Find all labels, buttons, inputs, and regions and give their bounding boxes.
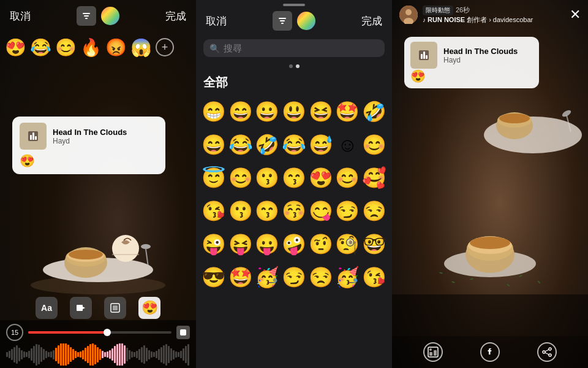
emoji-zany[interactable]: 🤪 bbox=[281, 228, 307, 260]
wave-bar-2 bbox=[11, 349, 13, 360]
emoji-smirk[interactable]: 😏 bbox=[335, 195, 361, 227]
emoji-partying[interactable]: 🥳 bbox=[254, 261, 280, 293]
emoji-rofl[interactable]: 🤣 bbox=[361, 96, 387, 128]
emoji-stuck-out[interactable]: 😝 bbox=[228, 228, 254, 260]
left-done-button[interactable]: 完成 bbox=[165, 9, 186, 23]
emoji-kissing2[interactable]: 😗 bbox=[228, 195, 254, 227]
wave-bar-55 bbox=[141, 347, 143, 362]
emoji-party-face[interactable]: 🥳 bbox=[335, 261, 361, 293]
emoji-starry[interactable]: 🤩 bbox=[335, 96, 361, 128]
gallery-button[interactable] bbox=[423, 342, 443, 362]
wave-bar-49 bbox=[126, 348, 128, 361]
emoji-laughing[interactable]: 😆 bbox=[308, 96, 334, 128]
panel-middle: 取消 完成 🔍 全部 😁 😄 😀 😃 bbox=[196, 0, 392, 368]
wave-bar-1 bbox=[9, 351, 10, 358]
share-more-button[interactable] bbox=[537, 342, 557, 362]
emoji-smile[interactable]: 😊 bbox=[55, 37, 77, 58]
emoji-yum[interactable]: 😋 bbox=[308, 195, 334, 227]
middle-done-button[interactable]: 完成 bbox=[361, 14, 382, 28]
emoji-happy[interactable]: 😀 bbox=[254, 96, 280, 128]
emoji-blush[interactable]: ☺️ bbox=[335, 129, 361, 161]
emoji-monocle[interactable]: 🧐 bbox=[335, 228, 361, 260]
emoji-heart-kiss[interactable]: 😘 bbox=[201, 195, 227, 227]
middle-cancel-button[interactable]: 取消 bbox=[206, 14, 227, 28]
add-emoji-button[interactable]: + bbox=[156, 38, 174, 56]
emoji-kissing4[interactable]: 😚 bbox=[281, 195, 307, 227]
music-bars-icon bbox=[30, 132, 37, 140]
wave-bar-63 bbox=[160, 347, 162, 362]
video-tool-button[interactable] bbox=[70, 297, 92, 319]
emoji-smiley[interactable]: 😃 bbox=[281, 96, 307, 128]
emoji-grin[interactable]: 😁 bbox=[201, 96, 227, 128]
svg-line-48 bbox=[545, 350, 549, 351]
emoji-laugh[interactable]: 😂 bbox=[30, 37, 51, 58]
emoji-wink2[interactable]: 😜 bbox=[201, 228, 227, 260]
emoji-kiss[interactable]: 😗 bbox=[254, 162, 280, 194]
emoji-tongue[interactable]: 😛 bbox=[254, 228, 280, 260]
emoji-joy2[interactable]: 😄 bbox=[201, 129, 227, 161]
sticker-tool-button[interactable] bbox=[104, 297, 126, 319]
emoji-smile2[interactable]: 😊 bbox=[228, 162, 254, 194]
emoji-smiling-eyes[interactable]: 🥰 bbox=[361, 162, 387, 194]
emoji-unamused2[interactable]: 😒 bbox=[308, 261, 334, 293]
avatar-icon bbox=[399, 6, 418, 24]
progress-bar[interactable] bbox=[28, 331, 172, 334]
color-picker-icon[interactable] bbox=[101, 7, 119, 25]
filter-icon-box[interactable] bbox=[77, 6, 96, 26]
emoji-sticker-button[interactable]: 😍 bbox=[138, 297, 160, 319]
text-tool-button[interactable]: Aa bbox=[36, 297, 58, 319]
emoji-grinning[interactable]: 😄 bbox=[228, 96, 254, 128]
emoji-grid: 😁 😄 😀 😃 😆 🤩 🤣 😄 😂 🤣 😂 😅 ☺️ 😊 😇 😊 😗 😙 😍 😊… bbox=[196, 96, 392, 293]
search-icon: 🔍 bbox=[209, 44, 220, 53]
emoji-kissing-closed-eyes[interactable]: 😙 bbox=[281, 162, 307, 194]
emoji-fire[interactable]: 🔥 bbox=[80, 37, 102, 58]
wave-bar-53 bbox=[136, 351, 138, 358]
wave-bar-7 bbox=[23, 351, 25, 358]
close-button[interactable]: ✕ bbox=[570, 8, 581, 21]
music-reaction-emoji[interactable]: 😍 bbox=[20, 153, 158, 168]
waveform[interactable] bbox=[6, 343, 190, 366]
svg-point-37 bbox=[537, 280, 541, 284]
emoji-raised-eyebrow[interactable]: 🤨 bbox=[308, 228, 334, 260]
emoji-angry[interactable]: 😡 bbox=[105, 37, 127, 58]
wave-bar-27 bbox=[72, 349, 74, 360]
left-music-card[interactable]: Head In The Clouds Hayd 😍 bbox=[12, 117, 165, 174]
emoji-blowing-kiss[interactable]: 😘 bbox=[361, 261, 387, 293]
left-cancel-button[interactable]: 取消 bbox=[10, 9, 31, 23]
emoji-scared[interactable]: 😱 bbox=[130, 37, 152, 58]
emoji-heart-eyes[interactable]: 😍 bbox=[5, 37, 26, 58]
emoji-starstruck[interactable]: 🤩 bbox=[228, 261, 254, 293]
music-thumb-inner bbox=[28, 131, 38, 141]
emoji-halo[interactable]: 😇 bbox=[201, 162, 227, 194]
emoji-rofl2[interactable]: 🤣 bbox=[254, 129, 280, 161]
wave-bar-30 bbox=[80, 351, 81, 358]
wave-bar-29 bbox=[77, 352, 79, 357]
right-music-emoji[interactable]: 😍 bbox=[410, 69, 533, 83]
dessert-illustration bbox=[31, 196, 165, 294]
middle-filter-icon-box[interactable] bbox=[273, 11, 292, 31]
emoji-sweat-smile[interactable]: 😅 bbox=[308, 129, 334, 161]
emoji-nerd[interactable]: 🤓 bbox=[361, 228, 387, 260]
search-input[interactable] bbox=[224, 43, 379, 53]
story-badge: 限時動態 26秒 bbox=[423, 6, 533, 15]
wave-bar-9 bbox=[28, 351, 30, 358]
text-tool-label: Aa bbox=[41, 303, 52, 313]
wave-bar-69 bbox=[175, 351, 177, 358]
emoji-smile3[interactable]: 😊 bbox=[335, 162, 361, 194]
emoji-joy[interactable]: 😂 bbox=[228, 129, 254, 161]
middle-color-picker-icon[interactable] bbox=[297, 12, 315, 30]
emoji-smirk2[interactable]: 😏 bbox=[281, 261, 307, 293]
wave-bar-4 bbox=[16, 345, 18, 364]
right-music-card[interactable]: Head In The Clouds Hayd 😍 bbox=[404, 37, 539, 88]
wave-bar-6 bbox=[21, 350, 23, 359]
emoji-kissing3[interactable]: 😙 bbox=[254, 195, 280, 227]
wave-bar-0 bbox=[6, 352, 8, 357]
emoji-heart-eyes2[interactable]: 😍 bbox=[308, 162, 334, 194]
emoji-cry-laugh[interactable]: 😂 bbox=[281, 129, 307, 161]
wave-bar-39 bbox=[102, 351, 104, 358]
emoji-unamused[interactable]: 😒 bbox=[361, 195, 387, 227]
emoji-cool[interactable]: 😎 bbox=[201, 261, 227, 293]
emoji-wink[interactable]: 😊 bbox=[361, 129, 387, 161]
share-facebook-button[interactable] bbox=[480, 342, 500, 362]
stop-button[interactable] bbox=[176, 326, 190, 339]
